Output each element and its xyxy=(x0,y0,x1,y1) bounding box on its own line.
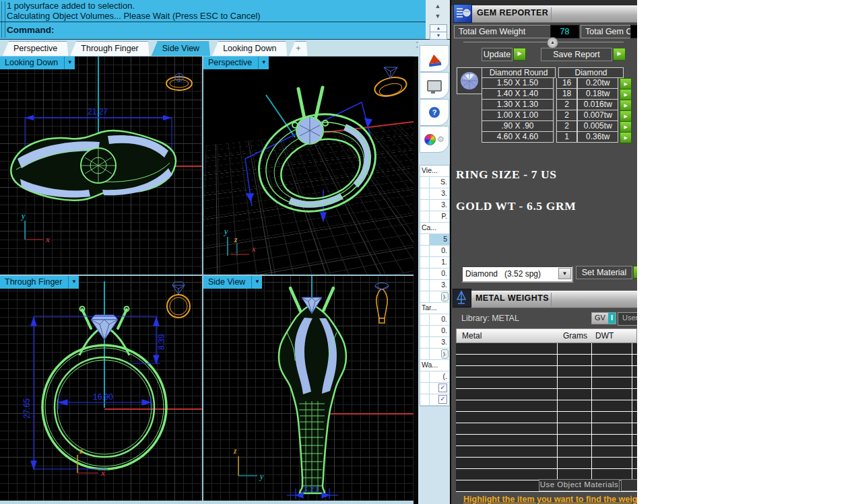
property-value-field[interactable]: 0. xyxy=(430,246,449,256)
tab-help-icon[interactable]: ? xyxy=(420,99,449,126)
tab-properties-icon[interactable] xyxy=(420,45,449,72)
dim-width-label: 3.21 xyxy=(303,484,319,494)
gem-row-go-button[interactable]: ▶ xyxy=(620,89,632,100)
use-object-materials-button[interactable]: Use Object Materials xyxy=(539,479,620,491)
metal-table-row[interactable] xyxy=(456,366,637,377)
tab-perspective[interactable]: Perspective xyxy=(3,41,68,56)
metal-table-row[interactable] xyxy=(456,343,637,355)
command-scrollbar[interactable]: ▲ ▼ ▲ ▼ xyxy=(426,0,450,40)
viewport-menu-icon[interactable]: ▼ xyxy=(251,276,262,289)
metal-table-row[interactable] xyxy=(456,435,637,446)
ring-size-text: RING SIZE - 7 US xyxy=(456,168,557,182)
metal-table-row[interactable] xyxy=(456,446,637,458)
property-value-field[interactable]: 3. xyxy=(430,200,449,211)
material-dropdown[interactable]: Diamond (3.52 spg) ▼ xyxy=(461,266,573,283)
viewport-menu-icon[interactable]: ▼ xyxy=(258,57,269,69)
property-value-field[interactable]: 3. xyxy=(430,280,449,291)
property-value-field[interactable]: 3. xyxy=(430,337,449,348)
panel-divider[interactable] xyxy=(414,57,418,504)
tab-side-view[interactable]: Side View xyxy=(152,41,210,56)
collapse-section-button[interactable]: ▲ xyxy=(547,37,558,48)
property-value-field[interactable]: 5 xyxy=(430,234,449,245)
dropdown-arrow-icon[interactable]: ▼ xyxy=(558,268,571,279)
viewport-through-finger[interactable]: 27.65 8.39 16.90 z x Through Finger ▼ xyxy=(0,276,202,501)
gem-weight-cell: 0.18tw xyxy=(577,89,618,100)
metal-table-row[interactable] xyxy=(456,355,637,366)
metal-weights-icon xyxy=(453,289,471,308)
tab-display-icon[interactable] xyxy=(420,72,449,99)
command-bar-grip[interactable] xyxy=(1,1,5,38)
property-value-field[interactable]: 0. xyxy=(430,268,449,279)
save-report-go-button[interactable]: ▶ xyxy=(613,48,626,61)
viewport-menu-icon[interactable]: ▼ xyxy=(68,276,79,289)
gem-row-go-button[interactable]: ▶ xyxy=(620,100,632,111)
dim-head-label: 8.39 xyxy=(157,334,166,350)
clipped-button[interactable] xyxy=(621,479,637,491)
viewport-looking-down[interactable]: 21.27 y x xyxy=(0,57,202,275)
command-prompt[interactable]: Command: xyxy=(7,25,55,35)
dim-inner-label: 16.90 xyxy=(93,392,113,402)
scroll-down-icon[interactable]: ▼ xyxy=(431,11,444,21)
property-ellipsis-button[interactable]: ). xyxy=(441,349,449,359)
property-value-field[interactable]: 0. xyxy=(430,314,449,325)
gem-weight-cell: 0.007tw xyxy=(577,110,618,121)
user-toggle[interactable]: User xyxy=(618,312,637,326)
metal-table-row[interactable] xyxy=(456,412,637,423)
property-ellipsis-button[interactable]: ). xyxy=(441,292,449,301)
property-row: ). xyxy=(420,349,449,360)
viewport-title-looking-down[interactable]: Looking Down ▼ xyxy=(0,57,75,69)
property-value-field[interactable]: 0. xyxy=(430,326,449,336)
property-value-field[interactable]: 3. xyxy=(430,188,449,199)
metal-table-row[interactable] xyxy=(456,377,637,389)
gem-row-go-button[interactable]: ▶ xyxy=(620,78,632,89)
property-checkbox[interactable]: ✓ xyxy=(438,384,447,392)
property-checkbox-row: ✓ xyxy=(420,394,449,406)
property-value-field[interactable]: S. xyxy=(430,177,449,188)
property-name-cell xyxy=(420,314,430,325)
metal-weights-table: Metal Grams DWT xyxy=(456,328,637,492)
property-row: 0. xyxy=(420,246,449,257)
metal-table-row[interactable] xyxy=(456,423,637,435)
gem-shape-header: Diamond Round xyxy=(482,67,556,78)
property-value-field[interactable]: 1. xyxy=(430,257,449,268)
update-button[interactable]: Update xyxy=(482,48,513,61)
property-name-cell xyxy=(420,337,430,348)
viewport-menu-icon[interactable]: ▼ xyxy=(64,57,75,69)
tab-material-icon[interactable]: ⚙ xyxy=(420,126,449,153)
viewport-side-view[interactable]: 3.21 z y Side View ▼ xyxy=(203,276,414,501)
metal-table-row[interactable] xyxy=(456,400,637,412)
property-checkbox[interactable]: ✓ xyxy=(438,395,447,404)
gem-size-cell: 1.40 X 1.40 xyxy=(482,89,554,100)
save-report-button[interactable]: Save Report xyxy=(541,48,612,61)
add-viewport-tab[interactable]: + xyxy=(289,41,307,56)
update-go-button[interactable]: ▶ xyxy=(513,48,526,61)
property-row: 1. xyxy=(420,257,449,268)
viewport-title-side-view[interactable]: Side View ▼ xyxy=(203,276,262,289)
gv-toggle[interactable]: GV I xyxy=(591,312,616,324)
viewport-title-through-finger[interactable]: Through Finger ▼ xyxy=(0,276,79,289)
metal-table-row[interactable] xyxy=(456,389,637,400)
property-name-cell xyxy=(420,200,430,211)
property-value-field[interactable]: (. xyxy=(430,371,449,382)
command-history-area[interactable]: 1 polysurface added to selection. Calcul… xyxy=(0,0,426,40)
metal-table-header: Metal Grams DWT xyxy=(456,328,637,343)
gem-row-go-button[interactable]: ▶ xyxy=(620,121,632,133)
metal-table-row[interactable] xyxy=(456,458,637,469)
axis-y-label: y xyxy=(20,211,26,221)
scroll-up-icon[interactable]: ▲ xyxy=(431,1,444,11)
set-material-go-button[interactable]: ▶ xyxy=(633,266,637,279)
viewport-perspective[interactable]: y z x Perspective ▼ xyxy=(203,57,414,275)
ring-perspective-drawing: y z x xyxy=(203,57,414,275)
gem-reporter-panel: GEM REPORTER Total Gem Weight 78 Total G… xyxy=(451,0,637,504)
gem-row-go-button[interactable]: ▶ xyxy=(620,132,632,143)
gem-row-go-button[interactable]: ▶ xyxy=(620,110,632,122)
tab-looking-down[interactable]: Looking Down xyxy=(212,41,287,56)
viewport-title-perspective[interactable]: Perspective ▼ xyxy=(203,57,269,69)
dim-height-label: 27.65 xyxy=(22,398,32,419)
gem-size-cell: 1.30 X 1.30 xyxy=(482,100,554,110)
gem-weight-cell: 0.016tw xyxy=(577,100,618,110)
property-value-field[interactable]: P. xyxy=(430,211,449,222)
command-spinner-down-icon[interactable]: ▼ xyxy=(430,32,447,40)
set-material-button[interactable]: Set Material xyxy=(576,266,632,279)
tab-through-finger[interactable]: Through Finger xyxy=(70,41,149,56)
